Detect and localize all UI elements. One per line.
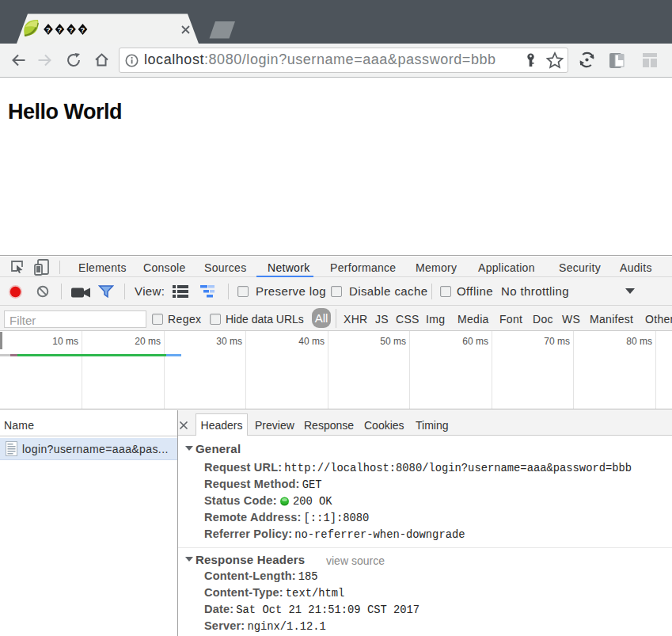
svg-text:?: ? xyxy=(46,25,51,34)
svg-text:?: ? xyxy=(69,25,74,34)
svg-text:?: ? xyxy=(81,25,85,34)
svg-text:?: ? xyxy=(58,25,63,34)
